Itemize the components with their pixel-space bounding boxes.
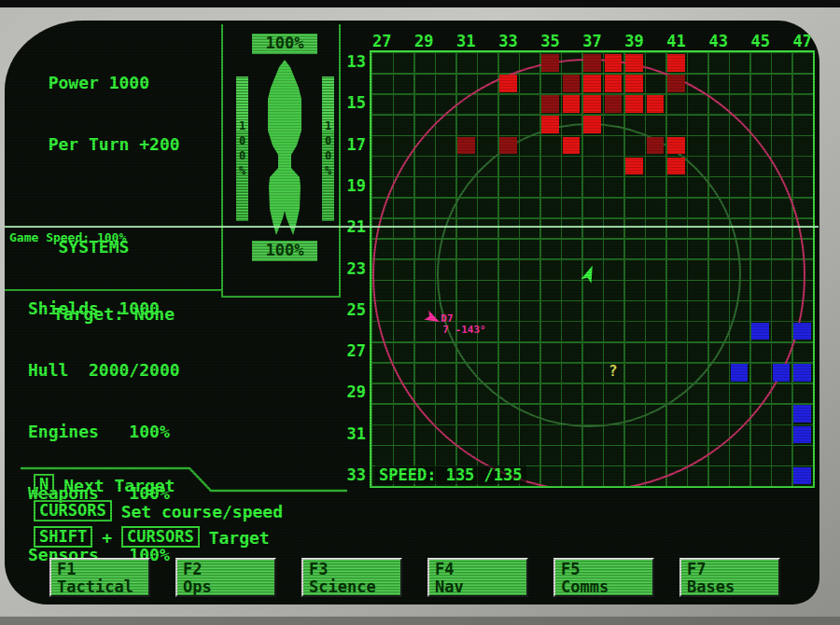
friendly-contact[interactable] <box>793 364 811 382</box>
friendly-contact[interactable] <box>751 323 769 340</box>
map-col-label: 29 <box>405 32 442 50</box>
crt-monitor: Power 1000 Per Turn +200 SYSTEMS Shields… <box>0 0 840 625</box>
player-ship-silhouette <box>257 56 313 238</box>
enemy-d7-label: D7 <box>441 313 453 324</box>
map-row-label: 29 <box>332 382 366 401</box>
map-row-label: 23 <box>332 259 366 278</box>
friendly-contact[interactable] <box>793 467 811 485</box>
shield-left-indicator: 100% <box>236 76 248 221</box>
map-col-label: 27 <box>363 32 400 50</box>
speed-readout: SPEED: 135 /135 <box>375 465 526 484</box>
next-target-label: Next Target <box>63 474 175 495</box>
map-col-label: 31 <box>447 32 484 50</box>
game-speed-label: Game Speed: 100% <box>9 230 126 244</box>
enemy-contact[interactable] <box>541 116 559 133</box>
fkey-ops[interactable]: F2Ops <box>175 558 276 597</box>
enemy-contact[interactable] <box>605 95 623 113</box>
bezel-shadow <box>0 617 840 625</box>
friendly-contact[interactable] <box>731 364 749 382</box>
enemy-contact[interactable] <box>625 158 643 175</box>
enemy-contact[interactable] <box>457 137 475 155</box>
shield-bottom-indicator: 100% <box>252 241 317 261</box>
enemy-contact[interactable] <box>583 95 601 113</box>
map-col-label: 43 <box>700 32 737 50</box>
map-col-label: 35 <box>531 32 568 50</box>
enemy-contact[interactable] <box>499 137 517 155</box>
player-ship-cursor <box>577 262 601 286</box>
map-grid: D7 7 -143° ? SPEED: 135 /135 <box>371 52 813 486</box>
enemy-contact[interactable] <box>625 95 643 113</box>
enemy-d7-course: 7 -143° <box>442 325 485 335</box>
map-col-label: 45 <box>742 32 779 50</box>
plus-sign: + <box>102 526 112 548</box>
friendly-contact[interactable] <box>793 323 811 340</box>
enemy-contact[interactable] <box>563 137 581 155</box>
enemy-contact[interactable] <box>583 75 601 92</box>
map-col-label: 39 <box>616 32 653 50</box>
enemy-contact[interactable] <box>667 137 685 155</box>
key-cursors[interactable]: CURSORS <box>34 500 112 521</box>
enemy-contact[interactable] <box>667 158 685 175</box>
cursors-label: Set course/speed <box>121 500 283 521</box>
enemy-contact[interactable] <box>583 116 601 133</box>
divider-left-horizontal <box>5 289 221 291</box>
hotkey-cursors: CURSORS Set course/speed <box>34 500 283 521</box>
enemy-contact[interactable] <box>647 137 665 155</box>
engines-line: Engines 100% <box>28 422 180 442</box>
friendly-contact[interactable] <box>793 426 811 444</box>
fkey-comms[interactable]: F5Comms <box>553 558 654 597</box>
tactical-map[interactable]: D7 7 -143° ? SPEED: 135 /135 <box>370 50 815 488</box>
crt-screen: Power 1000 Per Turn +200 SYSTEMS Shields… <box>5 21 819 604</box>
enemy-contact[interactable] <box>647 95 665 113</box>
map-col-label: 33 <box>489 32 526 50</box>
per-turn-line: Per Turn +200 <box>28 134 180 155</box>
enemy-contact[interactable] <box>625 75 643 92</box>
enemy-contact[interactable] <box>583 54 601 72</box>
enemy-contact[interactable] <box>667 54 685 72</box>
enemy-contact[interactable] <box>605 75 623 92</box>
map-row-label: 15 <box>332 93 366 112</box>
map-col-label: 41 <box>658 32 695 50</box>
enemy-contact[interactable] <box>625 54 643 72</box>
shield-top-indicator: 100% <box>252 34 317 54</box>
enemy-contact[interactable] <box>541 95 559 113</box>
map-row-label: 31 <box>332 424 366 443</box>
enemy-contact[interactable] <box>499 75 517 92</box>
hull-line: Hull 2000/2000 <box>28 360 180 381</box>
map-row-label: 19 <box>332 176 366 195</box>
key-shift[interactable]: SHIFT <box>34 526 92 548</box>
target-label: Target: None <box>53 304 175 324</box>
divider-ship-left <box>221 24 223 297</box>
enemy-contact[interactable] <box>563 75 581 92</box>
hotkey-next-target: N Next Target <box>34 474 175 495</box>
enemy-contact[interactable] <box>563 95 581 113</box>
friendly-contact[interactable] <box>793 405 811 423</box>
enemy-contact[interactable] <box>605 54 623 72</box>
key-cursors-2[interactable]: CURSORS <box>121 526 200 548</box>
fkey-nav[interactable]: F4Nav <box>427 558 528 597</box>
divider-ship-bottom <box>221 296 341 298</box>
unknown-contact[interactable]: ? <box>609 362 618 380</box>
map-row-label: 25 <box>332 300 366 319</box>
fkey-science[interactable]: F3Science <box>301 558 402 597</box>
map-col-label: 37 <box>574 32 611 50</box>
power-line: Power 1000 <box>28 73 180 93</box>
crt-retrace-line <box>5 226 819 228</box>
map-row-label: 17 <box>332 135 366 154</box>
fkey-bases[interactable]: F7Bases <box>679 558 780 597</box>
friendly-contact[interactable] <box>773 364 791 382</box>
map-row-label: 13 <box>332 52 366 71</box>
hotkey-shift-cursors: SHIFT + CURSORS Target <box>34 526 270 548</box>
map-row-label: 27 <box>332 341 366 360</box>
fkey-tactical[interactable]: F1Tactical <box>49 558 150 597</box>
key-n[interactable]: N <box>34 474 54 495</box>
enemy-contact[interactable] <box>541 54 559 72</box>
enemy-contact[interactable] <box>667 75 685 92</box>
shift-target-label: Target <box>209 526 270 548</box>
